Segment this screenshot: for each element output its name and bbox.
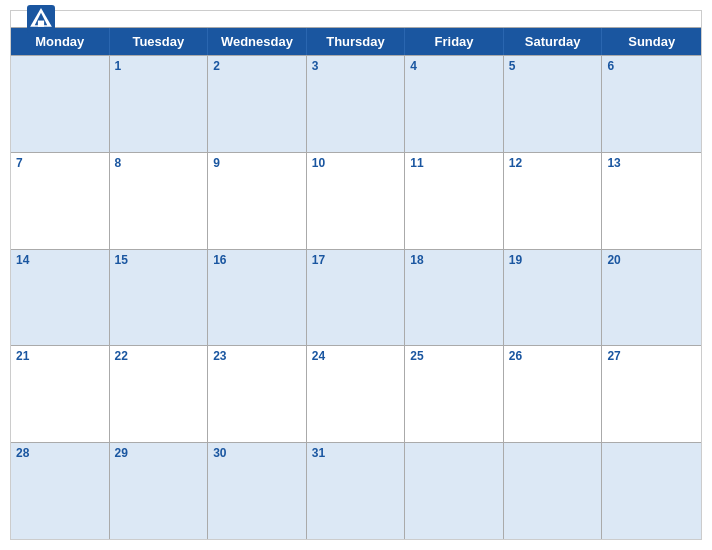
calendar-header <box>11 11 701 27</box>
day-cell: 25 <box>405 346 504 442</box>
day-cell: 8 <box>110 153 209 249</box>
day-number: 9 <box>213 156 301 170</box>
day-number: 21 <box>16 349 104 363</box>
week-row-5: 28293031 <box>11 442 701 539</box>
day-cell: 16 <box>208 250 307 346</box>
day-cell: 20 <box>602 250 701 346</box>
day-cell: 13 <box>602 153 701 249</box>
day-cell: 17 <box>307 250 406 346</box>
day-cell: 24 <box>307 346 406 442</box>
day-cell: 23 <box>208 346 307 442</box>
day-header-saturday: Saturday <box>504 28 603 55</box>
week-row-3: 14151617181920 <box>11 249 701 346</box>
day-cell: 27 <box>602 346 701 442</box>
day-number: 25 <box>410 349 498 363</box>
week-row-2: 78910111213 <box>11 152 701 249</box>
day-number: 4 <box>410 59 498 73</box>
week-row-4: 21222324252627 <box>11 345 701 442</box>
day-number: 2 <box>213 59 301 73</box>
day-cell: 1 <box>110 56 209 152</box>
weeks-container: 1234567891011121314151617181920212223242… <box>11 55 701 539</box>
day-cell: 21 <box>11 346 110 442</box>
day-cell: 30 <box>208 443 307 539</box>
day-number: 27 <box>607 349 696 363</box>
calendar: MondayTuesdayWednesdayThursdayFridaySatu… <box>10 10 702 540</box>
day-cell: 10 <box>307 153 406 249</box>
day-cell: 9 <box>208 153 307 249</box>
calendar-grid: MondayTuesdayWednesdayThursdayFridaySatu… <box>11 27 701 539</box>
logo-icon <box>27 5 55 33</box>
day-cell: 19 <box>504 250 603 346</box>
days-header: MondayTuesdayWednesdayThursdayFridaySatu… <box>11 28 701 55</box>
day-number: 24 <box>312 349 400 363</box>
day-number: 26 <box>509 349 597 363</box>
day-number: 6 <box>607 59 696 73</box>
day-number: 15 <box>115 253 203 267</box>
day-number: 17 <box>312 253 400 267</box>
svg-rect-3 <box>38 21 44 27</box>
day-header-tuesday: Tuesday <box>110 28 209 55</box>
day-cell <box>405 443 504 539</box>
day-header-sunday: Sunday <box>602 28 701 55</box>
day-cell: 12 <box>504 153 603 249</box>
logo <box>27 5 59 33</box>
day-cell: 28 <box>11 443 110 539</box>
day-number: 29 <box>115 446 203 460</box>
day-number: 10 <box>312 156 400 170</box>
day-cell: 2 <box>208 56 307 152</box>
day-cell: 5 <box>504 56 603 152</box>
day-cell <box>602 443 701 539</box>
week-row-1: 123456 <box>11 55 701 152</box>
day-cell: 3 <box>307 56 406 152</box>
day-header-monday: Monday <box>11 28 110 55</box>
day-cell: 29 <box>110 443 209 539</box>
day-number: 30 <box>213 446 301 460</box>
day-number: 14 <box>16 253 104 267</box>
day-cell: 11 <box>405 153 504 249</box>
day-cell: 4 <box>405 56 504 152</box>
day-cell: 26 <box>504 346 603 442</box>
day-number: 16 <box>213 253 301 267</box>
day-cell: 15 <box>110 250 209 346</box>
day-header-wednesday: Wednesday <box>208 28 307 55</box>
day-header-thursday: Thursday <box>307 28 406 55</box>
day-header-friday: Friday <box>405 28 504 55</box>
day-number: 13 <box>607 156 696 170</box>
day-number: 22 <box>115 349 203 363</box>
day-number: 11 <box>410 156 498 170</box>
day-cell: 6 <box>602 56 701 152</box>
day-cell <box>504 443 603 539</box>
day-number: 23 <box>213 349 301 363</box>
day-number: 19 <box>509 253 597 267</box>
day-number: 3 <box>312 59 400 73</box>
day-cell: 22 <box>110 346 209 442</box>
day-number: 5 <box>509 59 597 73</box>
day-cell: 7 <box>11 153 110 249</box>
day-cell: 31 <box>307 443 406 539</box>
day-cell <box>11 56 110 152</box>
day-number: 1 <box>115 59 203 73</box>
day-number: 7 <box>16 156 104 170</box>
day-number: 28 <box>16 446 104 460</box>
day-number: 18 <box>410 253 498 267</box>
day-number: 12 <box>509 156 597 170</box>
day-number: 20 <box>607 253 696 267</box>
day-cell: 14 <box>11 250 110 346</box>
day-cell: 18 <box>405 250 504 346</box>
day-number: 8 <box>115 156 203 170</box>
day-number: 31 <box>312 446 400 460</box>
